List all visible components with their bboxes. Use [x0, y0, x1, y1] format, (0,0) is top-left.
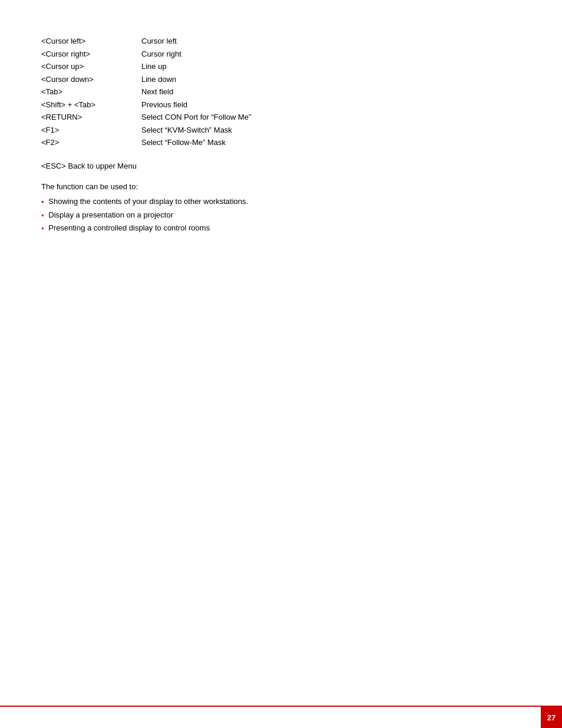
- key-row: <RETURN>Select CON Port for “Follow Me”: [41, 111, 521, 123]
- action-cell: Previous field: [141, 99, 187, 111]
- key-cell: <Shift> + <Tab>: [41, 99, 141, 111]
- key-cell: <Cursor left>: [41, 35, 141, 47]
- page-number: 27: [541, 707, 562, 728]
- key-row: <Cursor down>Line down: [41, 74, 521, 85]
- action-cell: Select “KVM-Switch” Mask: [141, 124, 232, 136]
- key-row: <Cursor right>Cursor right: [41, 48, 521, 60]
- key-cell: <F1>: [41, 124, 141, 136]
- list-item: Presenting a controlled display to contr…: [41, 222, 521, 234]
- action-cell: Select “Follow-Me” Mask: [141, 137, 226, 149]
- key-cell: <Cursor down>: [41, 74, 141, 85]
- key-cell: <RETURN>: [41, 111, 141, 123]
- key-row: <F1>Select “KVM-Switch” Mask: [41, 124, 521, 136]
- list-item: Showing the contents of your display to …: [41, 196, 521, 207]
- action-cell: Cursor left: [141, 35, 177, 47]
- action-cell: Line up: [141, 61, 167, 73]
- key-row: <Cursor up>Line up: [41, 61, 521, 73]
- action-cell: Select CON Port for “Follow Me”: [141, 111, 251, 123]
- description-intro: The function can be used to:: [41, 182, 521, 191]
- action-cell: Next field: [141, 86, 173, 98]
- key-cell: <Cursor up>: [41, 61, 141, 73]
- action-cell: Line down: [141, 74, 176, 85]
- key-table: <Cursor left>Cursor left<Cursor right>Cu…: [41, 35, 521, 149]
- footer-line: [0, 706, 562, 707]
- key-row: <F2>Select “Follow-Me” Mask: [41, 137, 521, 149]
- key-cell: <Tab>: [41, 86, 141, 98]
- page-content: <Cursor left>Cursor left<Cursor right>Cu…: [0, 0, 562, 271]
- key-row: <Tab>Next field: [41, 86, 521, 98]
- description-section: The function can be used to: Showing the…: [41, 182, 521, 234]
- list-item: Display a presentation on a projector: [41, 209, 521, 221]
- key-cell: <Cursor right>: [41, 48, 141, 60]
- footer: 27: [0, 707, 562, 728]
- bullet-list: Showing the contents of your display to …: [41, 196, 521, 234]
- key-cell: <F2>: [41, 137, 141, 149]
- key-row: <Cursor left>Cursor left: [41, 35, 521, 47]
- action-cell: Cursor right: [141, 48, 181, 60]
- esc-row: <ESC> Back to upper Menu: [41, 160, 521, 172]
- key-row: <Shift> + <Tab>Previous field: [41, 99, 521, 111]
